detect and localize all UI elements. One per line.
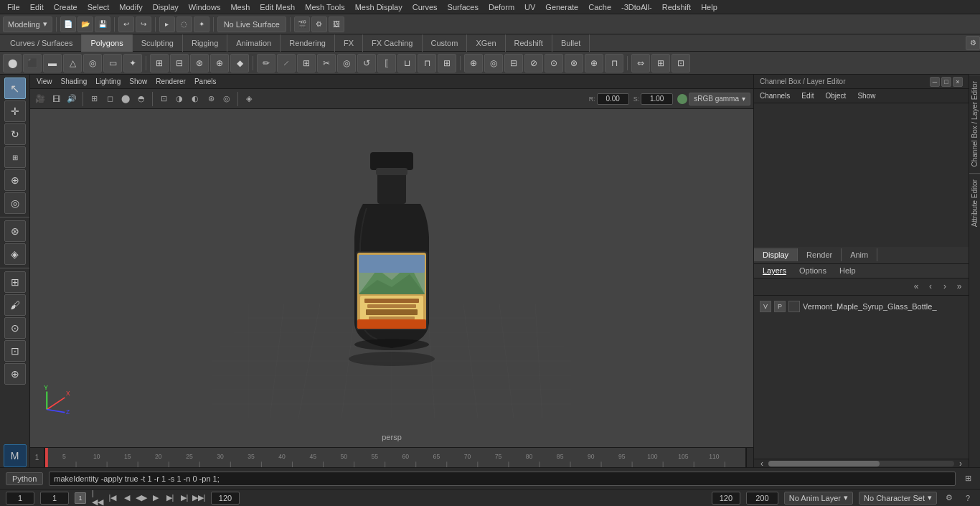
- shelf-separate[interactable]: ⊛: [565, 54, 583, 72]
- menu-display[interactable]: Display: [149, 1, 183, 13]
- live-surface-btn[interactable]: No Live Surface: [217, 17, 286, 32]
- shelf-extrude[interactable]: ⟦: [377, 54, 396, 72]
- vp-smooth-shade[interactable]: ⬤: [118, 92, 133, 106]
- tab-custom[interactable]: Custom: [423, 34, 468, 52]
- layer-row-default[interactable]: V P Vermont_Maple_Syrup_Glass_Bottle_: [757, 299, 966, 314]
- menu-generate[interactable]: Generate: [541, 1, 583, 13]
- vp-ambient-occlusion[interactable]: ◐: [188, 92, 202, 106]
- menu-modify[interactable]: Modify: [115, 1, 146, 13]
- scale-input[interactable]: [641, 93, 673, 105]
- shelf-sphere[interactable]: ⬤: [3, 54, 22, 72]
- shelf-merge[interactable]: ⊕: [464, 54, 483, 72]
- step-back-btn[interactable]: ◀: [121, 492, 133, 505]
- vp-camera-btn[interactable]: 🎥: [33, 92, 47, 106]
- vp-menu-renderer[interactable]: Renderer: [152, 77, 189, 86]
- shelf-collapse[interactable]: ⊟: [504, 54, 523, 72]
- render-settings-btn[interactable]: ⚙: [311, 17, 327, 32]
- layer-btn3[interactable]: ›: [938, 280, 951, 293]
- tool10[interactable]: ⊡: [4, 340, 26, 362]
- menu-create[interactable]: Create: [50, 1, 82, 13]
- menu-windows[interactable]: Windows: [184, 1, 225, 13]
- settings-btn[interactable]: ⚙: [966, 36, 980, 50]
- menu-redshift[interactable]: Redshift: [658, 1, 695, 13]
- tab-polygons[interactable]: Polygons: [82, 34, 132, 52]
- custom-tool[interactable]: ◈: [4, 243, 26, 265]
- sub-tab-help[interactable]: Help: [834, 265, 862, 276]
- go-end-btn[interactable]: ▶▶|: [192, 492, 205, 505]
- anim-layer-dropdown[interactable]: No Anim Layer ▾: [784, 492, 853, 505]
- tool11[interactable]: ⊕: [4, 363, 26, 385]
- scroll-left[interactable]: ‹: [755, 457, 768, 468]
- rotate-tool[interactable]: ↻: [4, 123, 26, 145]
- vp-shadow[interactable]: ◑: [172, 92, 187, 106]
- show-manipulator[interactable]: ⊛: [4, 220, 26, 242]
- shelf-smooth[interactable]: ⊛: [190, 54, 209, 72]
- vp-menu-show[interactable]: Show: [126, 77, 151, 86]
- shelf-edge[interactable]: ⟋: [277, 54, 296, 72]
- object-menu[interactable]: Object: [823, 91, 849, 100]
- show-menu[interactable]: Show: [854, 91, 878, 100]
- redo-btn[interactable]: ↪: [136, 17, 151, 32]
- render-btn[interactable]: 🎬: [294, 17, 310, 32]
- command-input[interactable]: [49, 472, 956, 486]
- shelf-cone[interactable]: △: [63, 54, 82, 72]
- tab-fx[interactable]: FX: [335, 34, 363, 52]
- right-panel-close[interactable]: ×: [953, 77, 963, 87]
- python-mode-btn[interactable]: Python: [6, 472, 43, 485]
- shelf-boolean[interactable]: ⊓: [605, 54, 623, 72]
- horizontal-scrollbar[interactable]: [768, 461, 954, 467]
- scrollbar-thumb[interactable]: [768, 461, 880, 467]
- shelf-mirror[interactable]: ⇔: [631, 54, 650, 72]
- layer-tab-anim[interactable]: Anim: [842, 248, 877, 261]
- scale-tool[interactable]: ⊞: [4, 146, 26, 168]
- paint-select-btn[interactable]: ✦: [194, 17, 209, 32]
- vp-menu-lighting[interactable]: Lighting: [92, 77, 124, 86]
- channels-menu[interactable]: Channels: [757, 91, 793, 100]
- shelf-cube[interactable]: ⬛: [23, 54, 42, 72]
- bottom-help-btn[interactable]: ?: [961, 492, 974, 505]
- step-forward-btn[interactable]: ▶|: [164, 492, 176, 505]
- menu-mesh[interactable]: Mesh: [226, 1, 254, 13]
- snap-together[interactable]: ⊞: [4, 271, 26, 293]
- new-file-btn[interactable]: 📄: [60, 17, 76, 32]
- menu-mesh-display[interactable]: Mesh Display: [351, 1, 407, 13]
- tab-redshift[interactable]: Redshift: [506, 34, 552, 52]
- shelf-combine[interactable]: ⊕: [585, 54, 603, 72]
- menu-file[interactable]: File: [3, 1, 24, 13]
- rotation-input[interactable]: [597, 93, 629, 105]
- total-frames-input[interactable]: [746, 492, 778, 505]
- vp-menu-shading[interactable]: Shading: [57, 77, 91, 86]
- shelf-instance[interactable]: ⊡: [672, 54, 690, 72]
- end-frame-display[interactable]: [211, 492, 240, 505]
- tool9[interactable]: ⊙: [4, 317, 26, 339]
- vp-audio-btn[interactable]: 🔊: [65, 92, 79, 106]
- menu-curves[interactable]: Curves: [408, 1, 442, 13]
- shelf-bridge[interactable]: ⊔: [397, 54, 416, 72]
- shelf-cylinder[interactable]: ▬: [43, 54, 62, 72]
- shelf-pen[interactable]: ✏: [257, 54, 275, 72]
- sub-tab-options[interactable]: Options: [793, 265, 832, 276]
- vp-menu-view[interactable]: View: [33, 77, 56, 86]
- viewport-canvas[interactable]: X Y Z persp: [30, 109, 753, 447]
- select-tool-btn[interactable]: ▸: [159, 17, 175, 32]
- side-tab-attr[interactable]: Attribute Editor: [969, 173, 980, 233]
- shelf-ring[interactable]: ◎: [337, 54, 356, 72]
- layer-btn2[interactable]: ‹: [924, 280, 937, 293]
- menu-uv[interactable]: UV: [520, 1, 540, 13]
- select-tool[interactable]: ↖: [4, 78, 26, 99]
- shelf-special[interactable]: ✦: [123, 54, 142, 72]
- layer-tab-display[interactable]: Display: [754, 248, 798, 261]
- shelf-detach[interactable]: ⊙: [545, 54, 563, 72]
- timeline-ruler[interactable]: 5 10 15 20 25 30 35 40 45 50 55 60: [44, 448, 746, 467]
- universal-tool[interactable]: ⊕: [4, 169, 26, 191]
- tab-bullet[interactable]: Bullet: [552, 34, 590, 52]
- undo-btn[interactable]: ↩: [118, 17, 134, 32]
- menu-3dtall[interactable]: -3DtoAll-: [617, 1, 656, 13]
- shelf-target-weld[interactable]: ◎: [484, 54, 503, 72]
- shelf-multi[interactable]: ⊞: [150, 54, 169, 72]
- menu-mesh-tools[interactable]: Mesh Tools: [301, 1, 349, 13]
- soft-select-tool[interactable]: ◎: [4, 192, 26, 214]
- tab-animation[interactable]: Animation: [227, 34, 281, 52]
- maya-logo[interactable]: M: [4, 444, 27, 467]
- prev-key-btn[interactable]: |◀: [106, 492, 119, 505]
